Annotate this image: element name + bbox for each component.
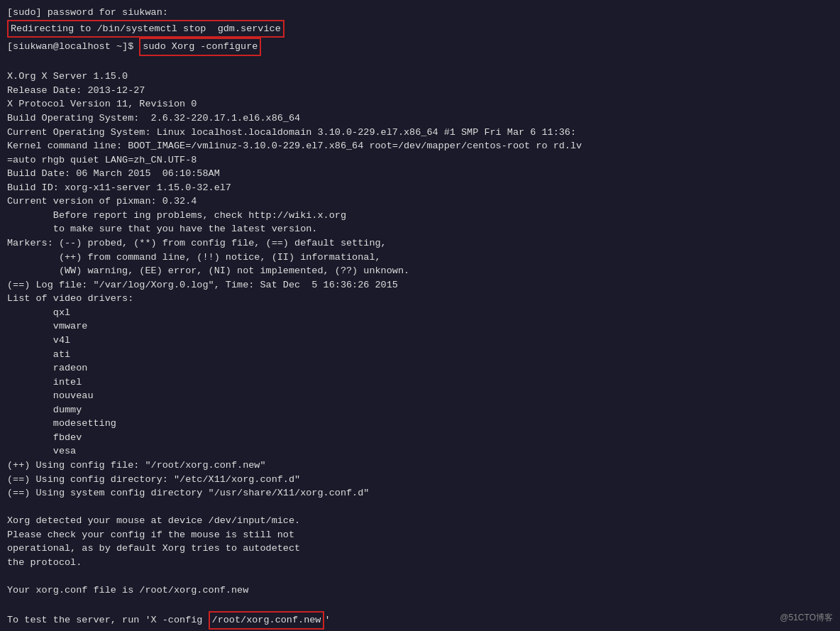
terminal-line-33: (++) Using config file: "/root/xorg.conf…	[7, 459, 833, 473]
terminal-line-28: nouveau	[7, 389, 833, 403]
terminal-line-18: (++) from command line, (!!) notice, (II…	[7, 251, 833, 265]
terminal-line-32: vesa	[7, 444, 833, 459]
terminal-line-17: Markers: (--) probed, (**) from config f…	[7, 236, 833, 251]
terminal-line-34: (==) Using config directory: "/etc/X11/x…	[7, 473, 833, 487]
terminal-line-blank1	[7, 56, 833, 70]
terminal-line-5: X.Org X Server 1.15.0	[7, 70, 833, 84]
terminal-line-26: radeon	[7, 361, 833, 375]
terminal-line-21: List of video drivers:	[7, 292, 833, 306]
terminal-line-19: (WW) warning, (EE) error, (NI) not imple…	[7, 264, 833, 278]
terminal-line-29: dummy	[7, 403, 833, 417]
terminal-line-2: Redirecting to /bin/systemctl stop gdm.s…	[7, 20, 833, 38]
terminal-line-8: Build Operating System: 2.6.32-220.17.1.…	[7, 111, 833, 126]
terminal-line-44: To test the server, run 'X -config /root…	[7, 611, 833, 630]
terminal-line-6: Release Date: 2013-12-27	[7, 84, 833, 98]
terminal-line-15: Before report ing problems, check http:/…	[7, 209, 833, 223]
terminal-line-10: Kernel command line: BOOT_IMAGE=/vmlinuz…	[7, 139, 833, 153]
terminal-line-16: to make sure that you have the latest ve…	[7, 222, 833, 236]
terminal-line-blank2	[7, 500, 833, 515]
highlight-confpath: /root/xorg.conf.new	[209, 611, 325, 630]
terminal-line-35: (==) Using system config directory "/usr…	[7, 486, 833, 500]
terminal-line-37: Xorg detected your mouse at device /dev/…	[7, 514, 833, 528]
watermark: @51CTO博客	[780, 612, 833, 624]
highlight-command: sudo Xorg -configure	[139, 38, 261, 56]
terminal-line-39: operational, as by default Xorg tries to…	[7, 542, 833, 556]
terminal-line-9: Current Operating System: Linux localhos…	[7, 126, 833, 140]
terminal-line-14: Current version of pixman: 0.32.4	[7, 194, 833, 209]
terminal-line-13: Build ID: xorg-x11-server 1.15.0-32.el7	[7, 181, 833, 195]
highlight-redirect: Redirecting to /bin/systemctl stop gdm.s…	[7, 20, 284, 38]
terminal-line-31: fbdev	[7, 431, 833, 445]
terminal-screen: [sudo] password for siukwan: Redirecting…	[0, 0, 840, 631]
terminal-line-12: Build Date: 06 March 2015 06:10:58AM	[7, 167, 833, 181]
terminal-line-42: Your xorg.conf file is /root/xorg.conf.n…	[7, 583, 833, 598]
terminal-line-27: intel	[7, 375, 833, 390]
terminal-line-24: v4l	[7, 334, 833, 348]
terminal-line-38: Please check your config if the mouse is…	[7, 528, 833, 542]
terminal-line-blank3	[7, 570, 833, 584]
terminal-line-20: (==) Log file: "/var/log/Xorg.0.log", Ti…	[7, 278, 833, 292]
terminal-line-3: [siukwan@localhost ~]$ sudo Xorg -config…	[7, 38, 833, 56]
terminal-line-1: [sudo] password for siukwan:	[7, 6, 833, 20]
terminal-line-30: modesetting	[7, 417, 833, 431]
terminal-line-40: the protocol.	[7, 556, 833, 570]
terminal-line-23: vmware	[7, 319, 833, 334]
terminal-container: [sudo] password for siukwan: Redirecting…	[0, 0, 840, 631]
terminal-line-blank4	[7, 598, 833, 612]
terminal-line-25: ati	[7, 348, 833, 362]
terminal-line-7: X Protocol Version 11, Revision 0	[7, 97, 833, 111]
terminal-line-22: qxl	[7, 306, 833, 320]
terminal-line-11: =auto rhgb quiet LANG=zh_CN.UTF-8	[7, 153, 833, 168]
